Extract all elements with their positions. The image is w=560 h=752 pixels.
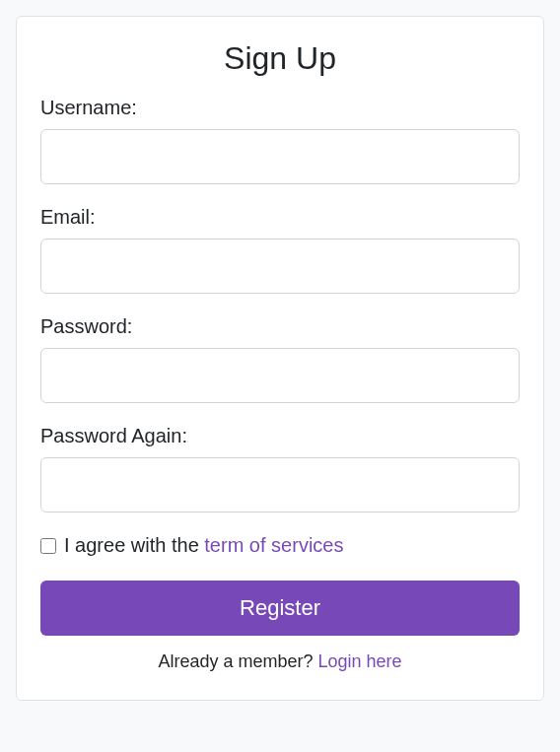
password-again-label: Password Again: <box>40 425 520 447</box>
email-input[interactable] <box>40 239 520 294</box>
password-again-group: Password Again: <box>40 425 520 513</box>
footer-prefix: Already a member? <box>158 651 317 671</box>
email-group: Email: <box>40 206 520 294</box>
register-button[interactable]: Register <box>40 581 520 636</box>
username-group: Username: <box>40 97 520 184</box>
footer-text: Already a member? Login here <box>40 651 520 672</box>
page-title: Sign Up <box>40 40 520 77</box>
password-label: Password: <box>40 315 520 338</box>
password-input[interactable] <box>40 348 520 403</box>
username-input[interactable] <box>40 129 520 184</box>
password-group: Password: <box>40 315 520 403</box>
agree-text: I agree with the term of services <box>64 534 343 557</box>
signup-card: Sign Up Username: Email: Password: Passw… <box>16 16 544 701</box>
username-label: Username: <box>40 97 520 119</box>
email-label: Email: <box>40 206 520 229</box>
password-again-input[interactable] <box>40 457 520 513</box>
login-link[interactable]: Login here <box>318 651 402 671</box>
agree-checkbox[interactable] <box>40 538 56 554</box>
agree-prefix: I agree with the <box>64 534 204 556</box>
agree-row: I agree with the term of services <box>40 534 520 557</box>
terms-link[interactable]: term of services <box>204 534 343 556</box>
